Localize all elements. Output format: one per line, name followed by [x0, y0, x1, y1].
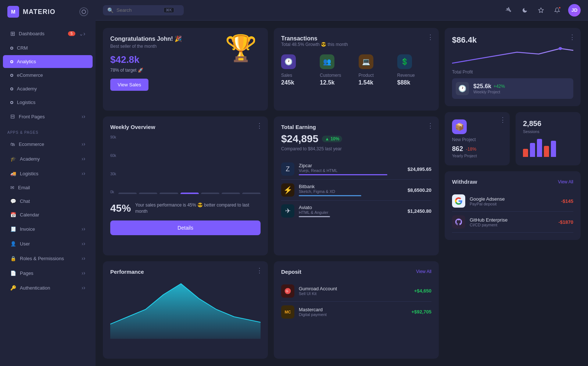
roles-icon: 🔒 [10, 256, 16, 261]
new-project-label: New Project [452, 137, 502, 142]
earning-menu-button[interactable]: ⋮ [427, 122, 434, 130]
dark-mode-button[interactable] [520, 5, 530, 15]
front-pages-label: Front Pages [19, 114, 78, 119]
sidebar-item-invoice[interactable]: 🧾 Invoice › [3, 222, 93, 236]
congrats-target: 78% of target 🚀 [110, 68, 261, 73]
notifications-button[interactable] [552, 5, 562, 15]
sidebar-item-crm[interactable]: CRM [3, 42, 93, 54]
performance-card: ⋮ Performance Jun Jan Feb [103, 261, 268, 359]
gumroad-logo: G [281, 284, 294, 298]
logistics-app-label: Logistics [20, 171, 78, 176]
weekly-profit-pct: +42% [494, 84, 505, 89]
sidebar-item-chat[interactable]: 💬 Chat [3, 195, 93, 208]
sales-icon: 🕐 [281, 54, 296, 69]
dashboards-label: Dashboards [19, 31, 64, 36]
performance-title: Performance [110, 269, 261, 275]
sidebar-item-analytics[interactable]: Analytics [3, 55, 93, 68]
transactions-menu-button[interactable]: ⋮ [427, 33, 434, 41]
ecommerce-dot [10, 74, 13, 77]
deposit-mastercard: MC Mastercard Digital payment +$92,705 [281, 302, 431, 322]
gumroad-sub: Sell UI Kit [299, 291, 337, 296]
sales-label: Sales [281, 73, 315, 78]
calendar-icon: 📅 [10, 212, 16, 218]
sidebar-item-user[interactable]: 👤 User › [3, 237, 93, 251]
dashboards-badge: 5 [68, 31, 75, 36]
view-sales-button[interactable]: View Sales [110, 79, 148, 91]
deposit-view-all-link[interactable]: View All [416, 269, 431, 274]
sidebar-item-pages[interactable]: 📄 Pages › [3, 266, 93, 280]
bitbank-logo: ⚡ [281, 183, 294, 197]
sidebar-logo: M MATERIO [0, 0, 96, 24]
new-project-icon: 📦 [452, 119, 467, 134]
front-pages-icon: ⊟ [10, 113, 15, 120]
sidebar-item-logistics[interactable]: Logistics [3, 96, 93, 109]
sessions-label: Sessions [523, 129, 573, 134]
calendar-label: Calendar [20, 212, 85, 218]
sidebar-item-ecommerce-app[interactable]: 🛍 Ecommerce › [3, 137, 93, 151]
zipcar-sub: Vuejs, React & HTML [299, 168, 403, 173]
total-profit-menu-button[interactable]: ⋮ [569, 33, 576, 41]
details-button[interactable]: Details [110, 220, 261, 235]
sidebar-toggle-button[interactable] [79, 7, 88, 16]
user-label: User [20, 241, 78, 247]
withdraw-row-google: Google Adsense PayPal deposit -$145 [452, 191, 573, 212]
yearly-amount: 862 [452, 145, 463, 153]
revenue-icon: 💲 [397, 54, 412, 69]
sidebar-item-roles[interactable]: 🔒 Roles & Permissions › [3, 251, 93, 265]
gumroad-name: Gumroad Account [299, 286, 337, 291]
sidebar-item-calendar[interactable]: 📅 Calendar [3, 208, 93, 221]
weekly-menu-button[interactable]: ⋮ [256, 122, 263, 130]
dashboard-icon: ⊞ [10, 30, 15, 37]
ecommerce-app-label: Ecommerce [19, 141, 78, 147]
chevron-icon: › [82, 270, 85, 276]
sidebar-item-auth[interactable]: 🔑 Authentication › [3, 281, 93, 295]
earning-total: $24,895 [281, 133, 318, 145]
bitbank-name: Bitbank [299, 184, 403, 189]
sidebar-item-email[interactable]: ✉ Email [3, 181, 93, 194]
email-icon: ✉ [10, 185, 14, 190]
github-amount: -$1870 [559, 219, 573, 225]
google-adsense-sub: PayPal deposit [470, 202, 505, 206]
mastercard-logo: MC [281, 305, 294, 319]
sidebar-item-ecommerce[interactable]: eCommerce [3, 69, 93, 82]
aviato-name: Aviato [299, 205, 403, 210]
academy-label: Academy [17, 86, 85, 92]
new-project-menu[interactable]: ⋮ [499, 116, 506, 124]
search-box[interactable]: 🔍 ⌘K [103, 5, 184, 15]
dashboard-grid: Congratulations John! 🎉 Best seller of t… [96, 21, 588, 366]
performance-menu-button[interactable]: ⋮ [256, 266, 263, 274]
deposit-title: Deposit [281, 269, 301, 275]
sidebar-item-academy-app[interactable]: 🎓 Academy › [3, 152, 93, 166]
search-input[interactable] [116, 7, 161, 13]
right-column: ⋮ $86.4k Total Profit 🕐 [445, 28, 581, 359]
weekly-project-label: Weekly Project [473, 90, 505, 94]
revenue-label: Revenue [397, 73, 431, 78]
google-adsense-name: Google Adsense [470, 196, 505, 202]
earning-compare: Compared to $84,325 last year [281, 146, 431, 151]
user-avatar[interactable]: JD [568, 4, 581, 17]
sidebar-item-dashboards[interactable]: ⊞ Dashboards 5 ⌄ [3, 26, 93, 41]
sidebar-item-front-pages[interactable]: ⊟ Front Pages › [3, 110, 93, 123]
earning-pct-badge: ▲ 10% [322, 136, 342, 142]
mastercard-sub: Digital payment [299, 312, 327, 317]
search-icon: 🔍 [107, 7, 114, 13]
earning-aviato: ✈ Aviato HTML & Anguler $1,2450.80 [281, 201, 431, 221]
ecommerce-app-icon: 🛍 [10, 141, 15, 147]
favorites-button[interactable] [536, 5, 546, 15]
app-name: MATERIO [23, 8, 55, 16]
revenue-value: $88k [397, 79, 431, 86]
mastercard-name: Mastercard [299, 307, 327, 312]
zipcar-bar [299, 174, 387, 175]
customers-icon: 👥 [320, 54, 334, 69]
weekly-percentage: 45% [110, 202, 131, 214]
apps-section-label: APPS & PAGES [0, 124, 96, 137]
sidebar-item-logistics-app[interactable]: 🚚 Logistics › [3, 166, 93, 180]
earning-title: Total Earning [281, 124, 431, 130]
customers-value: 12.5k [320, 79, 354, 86]
sidebar-item-academy[interactable]: Academy [3, 82, 93, 95]
withdraw-card: Withdraw View All Google Adsense PayPal … [445, 171, 581, 240]
withdraw-view-all-link[interactable]: View All [558, 179, 573, 184]
translate-button[interactable] [503, 5, 514, 15]
bitbank-sub: Sketch, Figma & XD [299, 189, 403, 194]
product-value: 1.54k [359, 79, 393, 86]
